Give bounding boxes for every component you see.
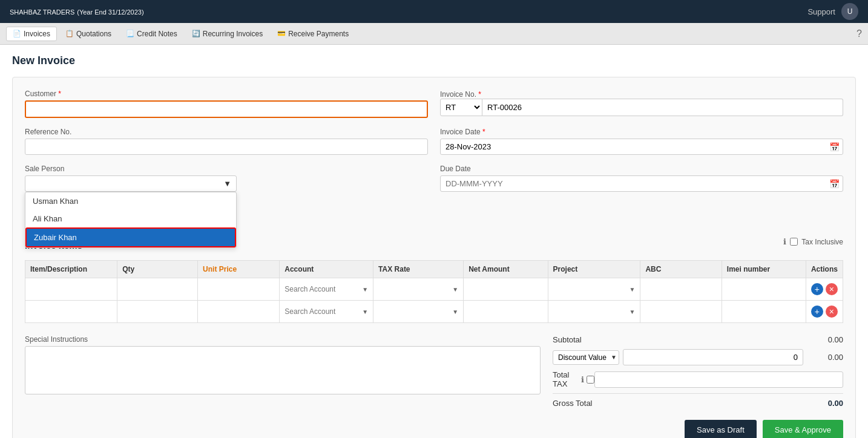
tax-row-checkbox[interactable]	[587, 376, 594, 384]
nav-invoices-label: Invoices	[24, 30, 50, 38]
row2-unit-price	[198, 301, 280, 323]
row2-net-input[interactable]	[466, 306, 545, 318]
row2-item-input[interactable]	[28, 306, 114, 318]
customer-input[interactable]	[25, 100, 428, 118]
nav-credit-notes-label: Credit Notes	[137, 30, 177, 38]
special-instructions-label: Special Instructions	[25, 335, 541, 344]
sale-person-option-ali[interactable]: Ali Khan	[25, 210, 236, 227]
invoice-no-label: Invoice No. *	[440, 90, 481, 99]
invoice-prefix-select[interactable]: RT	[440, 99, 482, 116]
row2-net-amount	[464, 301, 548, 323]
due-date-group: Due Date 📅	[440, 165, 843, 192]
gross-total-label: Gross Total	[553, 399, 593, 408]
save-approve-button[interactable]: Save & Approve	[763, 420, 843, 438]
nav-recurring-invoices[interactable]: 🔄 Recurring Invoices	[186, 27, 269, 41]
row1-unit-price	[198, 278, 280, 301]
row1-account-input[interactable]	[282, 283, 358, 295]
invoice-date-input[interactable]	[440, 139, 843, 155]
nav-quotations[interactable]: 📋 Quotations	[59, 27, 117, 41]
tax-inclusive-group: ℹ Tax Inclusive	[783, 237, 843, 246]
save-draft-button[interactable]: Save as Draft	[685, 420, 757, 438]
sale-person-option-zubair[interactable]: Zubair Khan	[27, 229, 235, 246]
special-instructions: Special Instructions	[25, 335, 541, 396]
brand-year: (Year End 31/12/2023)	[77, 8, 143, 16]
row2-unit-price-input[interactable]	[200, 306, 277, 318]
special-instructions-input[interactable]	[25, 346, 541, 394]
row2-tax-rate: ▼	[373, 301, 464, 323]
row2-project-arrow[interactable]: ▼	[627, 309, 638, 315]
row2-add-button[interactable]: +	[811, 306, 823, 318]
reference-no-group: Reference No.	[25, 128, 428, 155]
page-title: New Invoice	[12, 54, 856, 67]
row1-imei	[722, 278, 806, 301]
tax-row-info-icon[interactable]: ℹ	[581, 375, 584, 384]
calendar-icon[interactable]: 📅	[829, 142, 840, 152]
row1-unit-price-input[interactable]	[200, 283, 277, 295]
due-date-wrapper: 📅	[440, 175, 843, 192]
row1-project-input[interactable]	[551, 283, 626, 295]
form-card: Customer * Invoice No. * RT Reference N	[12, 77, 856, 438]
sale-person-option-usman[interactable]: Usman Khan	[25, 192, 236, 210]
row1-project-arrow[interactable]: ▼	[627, 286, 638, 293]
row1-imei-input[interactable]	[725, 283, 803, 295]
customer-group: Customer *	[25, 90, 428, 118]
row1-net-input[interactable]	[466, 283, 545, 295]
table-header-row: Item/Description Qty Unit Price Account …	[25, 261, 843, 278]
col-abc: ABC	[640, 261, 722, 278]
row2-account-arrow[interactable]: ▼	[360, 309, 370, 315]
row1-tax-arrow[interactable]: ▼	[450, 286, 461, 293]
reference-no-input[interactable]	[25, 139, 428, 155]
col-unit-price: Unit Price	[198, 261, 280, 278]
row2-account-input[interactable]	[282, 306, 358, 318]
row1-abc-input[interactable]	[643, 283, 718, 295]
row2-remove-button[interactable]: ×	[826, 306, 838, 318]
row1-account: ▼	[280, 278, 373, 301]
nav-receive-payments[interactable]: 💳 Receive Payments	[271, 27, 355, 41]
col-item-description: Item/Description	[25, 261, 117, 278]
row1-abc	[640, 278, 722, 301]
invoice-date-label: Invoice Date *	[440, 128, 843, 136]
row2-tax-input[interactable]	[376, 306, 449, 318]
row2-project-input[interactable]	[551, 306, 626, 318]
row1-item-input[interactable]	[28, 283, 114, 295]
row1-tax-input[interactable]	[376, 283, 449, 295]
row2-tax-arrow[interactable]: ▼	[450, 309, 461, 315]
row2-abc-input[interactable]	[643, 306, 718, 318]
invoice-number-input[interactable]	[482, 99, 843, 116]
total-tax-row: Total TAX ℹ	[553, 370, 843, 388]
row1-qty-input[interactable]	[120, 283, 195, 295]
nav-bar: 📄 Invoices 📋 Quotations 📃 Credit Notes 🔄…	[0, 23, 868, 45]
row2-imei-input[interactable]	[725, 306, 803, 318]
nav-quotations-label: Quotations	[76, 30, 111, 38]
avatar-letter: U	[847, 7, 853, 16]
brand-title: SHAHBAZ TRADERS (Year End 31/12/2023)	[10, 7, 144, 16]
nav-credit-notes[interactable]: 📃 Credit Notes	[120, 27, 183, 41]
due-date-input[interactable]	[440, 175, 843, 192]
nav-invoices[interactable]: 📄 Invoices	[6, 27, 57, 41]
support-label: Support	[807, 7, 835, 16]
gross-total-row: Gross Total 0.00	[553, 393, 843, 408]
row2-qty-input[interactable]	[120, 306, 195, 318]
discount-type-select[interactable]: Discount Value Discount %	[553, 350, 619, 365]
total-tax-input[interactable]	[594, 371, 843, 388]
tax-info-icon[interactable]: ℹ	[783, 237, 786, 246]
sale-person-input[interactable]: ▼	[25, 175, 237, 192]
gross-total-value: 0.00	[828, 399, 843, 408]
row1-remove-button[interactable]: ×	[826, 283, 838, 295]
due-date-calendar-icon[interactable]: 📅	[829, 179, 840, 189]
customer-label: Customer *	[25, 90, 428, 98]
table-row: ▼ ▼ ▼	[25, 301, 843, 323]
credit-notes-icon: 📃	[126, 30, 134, 38]
help-button[interactable]: ?	[856, 28, 862, 39]
row1-account-arrow[interactable]: ▼	[360, 286, 370, 293]
subtotal-value: 0.00	[807, 335, 843, 344]
row1-add-button[interactable]: +	[811, 283, 823, 295]
row1-item	[25, 278, 117, 301]
discount-value-input[interactable]	[623, 349, 803, 365]
main-content: New Invoice Customer * Invoice No. * RT	[0, 45, 868, 438]
table-row: ▼ ▼ ▼	[25, 278, 843, 301]
row2-tax-cell: ▼	[376, 306, 461, 318]
tax-inclusive-checkbox[interactable]	[790, 238, 798, 246]
invoice-date-wrapper: 📅	[440, 139, 843, 155]
row1-actions: + ×	[806, 278, 843, 301]
